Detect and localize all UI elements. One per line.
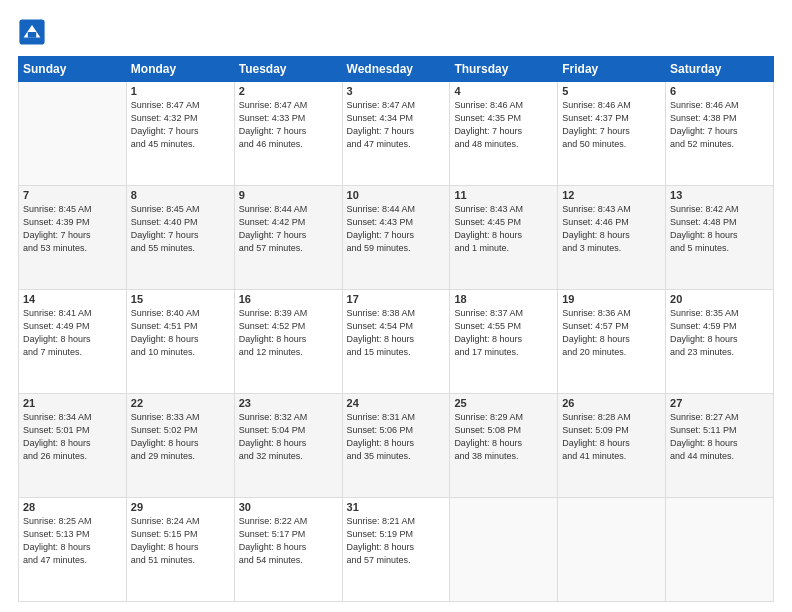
calendar-cell — [558, 498, 666, 602]
day-info: Sunrise: 8:40 AMSunset: 4:51 PMDaylight:… — [131, 307, 230, 359]
day-number: 16 — [239, 293, 338, 305]
weekday-header-thursday: Thursday — [450, 57, 558, 82]
calendar-week-row: 14Sunrise: 8:41 AMSunset: 4:49 PMDayligh… — [19, 290, 774, 394]
calendar-week-row: 1Sunrise: 8:47 AMSunset: 4:32 PMDaylight… — [19, 82, 774, 186]
day-number: 14 — [23, 293, 122, 305]
day-number: 27 — [670, 397, 769, 409]
day-number: 15 — [131, 293, 230, 305]
weekday-header-saturday: Saturday — [666, 57, 774, 82]
calendar-cell: 6Sunrise: 8:46 AMSunset: 4:38 PMDaylight… — [666, 82, 774, 186]
day-info: Sunrise: 8:46 AMSunset: 4:35 PMDaylight:… — [454, 99, 553, 151]
calendar-cell: 23Sunrise: 8:32 AMSunset: 5:04 PMDayligh… — [234, 394, 342, 498]
day-info: Sunrise: 8:47 AMSunset: 4:33 PMDaylight:… — [239, 99, 338, 151]
day-info: Sunrise: 8:39 AMSunset: 4:52 PMDaylight:… — [239, 307, 338, 359]
day-info: Sunrise: 8:42 AMSunset: 4:48 PMDaylight:… — [670, 203, 769, 255]
day-number: 26 — [562, 397, 661, 409]
calendar-cell: 30Sunrise: 8:22 AMSunset: 5:17 PMDayligh… — [234, 498, 342, 602]
page: SundayMondayTuesdayWednesdayThursdayFrid… — [0, 0, 792, 612]
day-number: 5 — [562, 85, 661, 97]
calendar-week-row: 21Sunrise: 8:34 AMSunset: 5:01 PMDayligh… — [19, 394, 774, 498]
calendar-table: SundayMondayTuesdayWednesdayThursdayFrid… — [18, 56, 774, 602]
calendar-cell: 24Sunrise: 8:31 AMSunset: 5:06 PMDayligh… — [342, 394, 450, 498]
header — [18, 18, 774, 46]
day-number: 3 — [347, 85, 446, 97]
day-number: 18 — [454, 293, 553, 305]
day-info: Sunrise: 8:45 AMSunset: 4:39 PMDaylight:… — [23, 203, 122, 255]
day-info: Sunrise: 8:21 AMSunset: 5:19 PMDaylight:… — [347, 515, 446, 567]
weekday-header-wednesday: Wednesday — [342, 57, 450, 82]
weekday-header-sunday: Sunday — [19, 57, 127, 82]
calendar-cell — [450, 498, 558, 602]
day-info: Sunrise: 8:22 AMSunset: 5:17 PMDaylight:… — [239, 515, 338, 567]
calendar-cell: 13Sunrise: 8:42 AMSunset: 4:48 PMDayligh… — [666, 186, 774, 290]
calendar-cell: 11Sunrise: 8:43 AMSunset: 4:45 PMDayligh… — [450, 186, 558, 290]
weekday-header-row: SundayMondayTuesdayWednesdayThursdayFrid… — [19, 57, 774, 82]
day-info: Sunrise: 8:25 AMSunset: 5:13 PMDaylight:… — [23, 515, 122, 567]
day-number: 29 — [131, 501, 230, 513]
day-number: 22 — [131, 397, 230, 409]
calendar-cell: 5Sunrise: 8:46 AMSunset: 4:37 PMDaylight… — [558, 82, 666, 186]
calendar-cell: 19Sunrise: 8:36 AMSunset: 4:57 PMDayligh… — [558, 290, 666, 394]
calendar-cell: 7Sunrise: 8:45 AMSunset: 4:39 PMDaylight… — [19, 186, 127, 290]
calendar-cell: 3Sunrise: 8:47 AMSunset: 4:34 PMDaylight… — [342, 82, 450, 186]
calendar-cell — [666, 498, 774, 602]
day-info: Sunrise: 8:36 AMSunset: 4:57 PMDaylight:… — [562, 307, 661, 359]
day-number: 11 — [454, 189, 553, 201]
calendar-cell: 12Sunrise: 8:43 AMSunset: 4:46 PMDayligh… — [558, 186, 666, 290]
calendar-week-row: 28Sunrise: 8:25 AMSunset: 5:13 PMDayligh… — [19, 498, 774, 602]
day-number: 9 — [239, 189, 338, 201]
calendar-cell: 10Sunrise: 8:44 AMSunset: 4:43 PMDayligh… — [342, 186, 450, 290]
weekday-header-monday: Monday — [126, 57, 234, 82]
calendar-cell: 1Sunrise: 8:47 AMSunset: 4:32 PMDaylight… — [126, 82, 234, 186]
day-number: 28 — [23, 501, 122, 513]
calendar-cell: 15Sunrise: 8:40 AMSunset: 4:51 PMDayligh… — [126, 290, 234, 394]
calendar-cell: 8Sunrise: 8:45 AMSunset: 4:40 PMDaylight… — [126, 186, 234, 290]
calendar-cell — [19, 82, 127, 186]
logo — [18, 18, 50, 46]
day-info: Sunrise: 8:44 AMSunset: 4:43 PMDaylight:… — [347, 203, 446, 255]
calendar-cell: 29Sunrise: 8:24 AMSunset: 5:15 PMDayligh… — [126, 498, 234, 602]
day-info: Sunrise: 8:43 AMSunset: 4:45 PMDaylight:… — [454, 203, 553, 255]
day-info: Sunrise: 8:28 AMSunset: 5:09 PMDaylight:… — [562, 411, 661, 463]
day-info: Sunrise: 8:34 AMSunset: 5:01 PMDaylight:… — [23, 411, 122, 463]
calendar-cell: 28Sunrise: 8:25 AMSunset: 5:13 PMDayligh… — [19, 498, 127, 602]
day-number: 25 — [454, 397, 553, 409]
day-number: 2 — [239, 85, 338, 97]
calendar-cell: 20Sunrise: 8:35 AMSunset: 4:59 PMDayligh… — [666, 290, 774, 394]
day-info: Sunrise: 8:38 AMSunset: 4:54 PMDaylight:… — [347, 307, 446, 359]
day-info: Sunrise: 8:35 AMSunset: 4:59 PMDaylight:… — [670, 307, 769, 359]
day-number: 1 — [131, 85, 230, 97]
day-info: Sunrise: 8:45 AMSunset: 4:40 PMDaylight:… — [131, 203, 230, 255]
calendar-cell: 9Sunrise: 8:44 AMSunset: 4:42 PMDaylight… — [234, 186, 342, 290]
logo-icon — [18, 18, 46, 46]
calendar-cell: 4Sunrise: 8:46 AMSunset: 4:35 PMDaylight… — [450, 82, 558, 186]
day-info: Sunrise: 8:43 AMSunset: 4:46 PMDaylight:… — [562, 203, 661, 255]
calendar-cell: 25Sunrise: 8:29 AMSunset: 5:08 PMDayligh… — [450, 394, 558, 498]
calendar-cell: 14Sunrise: 8:41 AMSunset: 4:49 PMDayligh… — [19, 290, 127, 394]
day-info: Sunrise: 8:41 AMSunset: 4:49 PMDaylight:… — [23, 307, 122, 359]
day-number: 4 — [454, 85, 553, 97]
day-info: Sunrise: 8:31 AMSunset: 5:06 PMDaylight:… — [347, 411, 446, 463]
day-number: 13 — [670, 189, 769, 201]
day-number: 20 — [670, 293, 769, 305]
calendar-cell: 17Sunrise: 8:38 AMSunset: 4:54 PMDayligh… — [342, 290, 450, 394]
day-info: Sunrise: 8:37 AMSunset: 4:55 PMDaylight:… — [454, 307, 553, 359]
calendar-cell: 16Sunrise: 8:39 AMSunset: 4:52 PMDayligh… — [234, 290, 342, 394]
day-number: 17 — [347, 293, 446, 305]
day-info: Sunrise: 8:44 AMSunset: 4:42 PMDaylight:… — [239, 203, 338, 255]
calendar-cell: 22Sunrise: 8:33 AMSunset: 5:02 PMDayligh… — [126, 394, 234, 498]
day-info: Sunrise: 8:32 AMSunset: 5:04 PMDaylight:… — [239, 411, 338, 463]
calendar-cell: 2Sunrise: 8:47 AMSunset: 4:33 PMDaylight… — [234, 82, 342, 186]
calendar-cell: 27Sunrise: 8:27 AMSunset: 5:11 PMDayligh… — [666, 394, 774, 498]
day-number: 31 — [347, 501, 446, 513]
day-info: Sunrise: 8:29 AMSunset: 5:08 PMDaylight:… — [454, 411, 553, 463]
day-number: 10 — [347, 189, 446, 201]
calendar-cell: 21Sunrise: 8:34 AMSunset: 5:01 PMDayligh… — [19, 394, 127, 498]
weekday-header-friday: Friday — [558, 57, 666, 82]
calendar-cell: 26Sunrise: 8:28 AMSunset: 5:09 PMDayligh… — [558, 394, 666, 498]
day-info: Sunrise: 8:46 AMSunset: 4:37 PMDaylight:… — [562, 99, 661, 151]
day-info: Sunrise: 8:46 AMSunset: 4:38 PMDaylight:… — [670, 99, 769, 151]
day-number: 8 — [131, 189, 230, 201]
day-number: 6 — [670, 85, 769, 97]
day-number: 30 — [239, 501, 338, 513]
